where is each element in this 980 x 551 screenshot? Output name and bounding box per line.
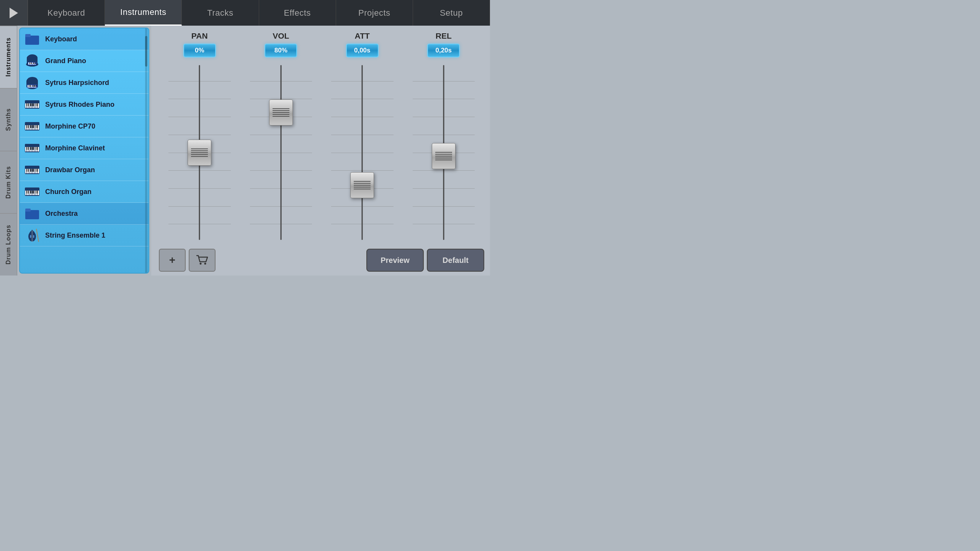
svg-line-123: [36, 229, 39, 242]
svg-rect-10: [29, 62, 30, 64]
sidebar-item-synths[interactable]: Synths: [0, 88, 17, 150]
instrument-name: Grand Piano: [45, 57, 86, 65]
folder-icon-2: [24, 206, 40, 221]
vol-value[interactable]: 80%: [265, 44, 297, 57]
svg-rect-55: [30, 125, 31, 128]
sidebar-item-instruments[interactable]: Instruments: [0, 26, 17, 88]
list-item[interactable]: Sytrus Harpsichord: [20, 72, 149, 94]
svg-rect-107: [32, 191, 33, 194]
list-item[interactable]: Orchestra: [20, 203, 149, 225]
preview-button[interactable]: Preview: [366, 249, 424, 272]
list-item[interactable]: Keyboard: [20, 28, 149, 50]
svg-point-117: [30, 235, 31, 238]
scroll-indicator[interactable]: [145, 28, 147, 273]
svg-rect-92: [36, 169, 36, 172]
synth-icon: [24, 97, 40, 112]
strings-icon: [24, 228, 40, 243]
svg-rect-5: [28, 62, 29, 65]
instrument-name: Drawbar Organ: [45, 166, 95, 174]
main-content: Instruments Synths Drum Kits Drum Loops …: [0, 26, 490, 276]
svg-rect-91: [33, 169, 34, 172]
instrument-name: String Ensemble 1: [45, 231, 105, 240]
list-item[interactable]: Morphine CP70: [20, 116, 149, 137]
svg-rect-50: [34, 125, 36, 130]
svg-rect-78: [25, 169, 26, 173]
svg-rect-23: [33, 85, 33, 87]
pan-label: PAN: [191, 31, 208, 41]
instrument-name: Morphine Clavinet: [45, 144, 105, 152]
add-button[interactable]: +: [159, 249, 186, 272]
instrument-name: Sytrus Harpsichord: [45, 79, 109, 87]
svg-rect-58: [36, 125, 36, 128]
tab-tracks[interactable]: Tracks: [182, 0, 259, 26]
svg-rect-56: [32, 125, 33, 128]
folder-icon: [24, 31, 40, 47]
svg-rect-95: [25, 191, 26, 195]
svg-rect-41: [36, 103, 36, 106]
svg-rect-72: [30, 147, 31, 150]
svg-rect-53: [26, 125, 27, 128]
svg-rect-74: [33, 147, 34, 150]
tab-setup[interactable]: Setup: [413, 0, 490, 26]
svg-rect-109: [36, 191, 36, 194]
tab-projects[interactable]: Projects: [336, 0, 413, 26]
piano-icon: [24, 53, 40, 68]
synth-icon-3: [24, 140, 40, 156]
instruments-list: Keyboard Grand: [19, 28, 149, 274]
scroll-thumb[interactable]: [145, 36, 147, 67]
svg-rect-22: [30, 85, 31, 87]
svg-rect-112: [25, 209, 31, 212]
svg-rect-21: [29, 85, 29, 87]
pan-slider-area: [163, 61, 237, 244]
svg-rect-73: [32, 147, 33, 150]
tab-instruments[interactable]: Instruments: [105, 0, 182, 26]
rel-slider-area: [407, 61, 481, 244]
sidebar-item-drum-kits[interactable]: Drum Kits: [0, 151, 17, 213]
instrument-name: Church Organ: [45, 188, 91, 196]
list-item[interactable]: Grand Piano: [20, 50, 149, 72]
top-navigation: Keyboard Instruments Tracks Effects Proj…: [0, 0, 490, 26]
play-button[interactable]: [0, 0, 28, 26]
svg-rect-67: [34, 147, 36, 152]
svg-rect-33: [34, 103, 36, 108]
rel-value[interactable]: 0,20s: [427, 44, 460, 57]
list-item[interactable]: Church Organ: [20, 181, 149, 203]
vol-label: VOL: [273, 31, 289, 41]
svg-rect-13: [35, 62, 36, 64]
svg-point-125: [204, 263, 206, 265]
pan-slider-thumb[interactable]: [188, 140, 211, 166]
pan-value[interactable]: 0%: [183, 44, 216, 57]
svg-rect-76: [37, 147, 38, 150]
svg-rect-37: [28, 103, 29, 106]
list-item[interactable]: Sytrus Rhodes Piano: [20, 94, 149, 116]
harpsichord-icon: [24, 75, 40, 90]
cart-button[interactable]: [189, 249, 216, 272]
sidebar-item-drum-loops[interactable]: Drum Loops: [0, 213, 17, 276]
svg-rect-90: [32, 169, 33, 172]
att-label: ATT: [355, 31, 370, 41]
svg-rect-87: [26, 169, 27, 172]
att-value[interactable]: 0,00s: [346, 44, 379, 57]
svg-rect-42: [37, 103, 38, 106]
synth-icon-5: [24, 184, 40, 199]
svg-rect-44: [25, 125, 26, 130]
svg-rect-106: [30, 191, 31, 194]
tab-effects[interactable]: Effects: [259, 0, 336, 26]
rel-slider-thumb[interactable]: [432, 143, 456, 169]
svg-rect-57: [33, 125, 34, 128]
instrument-name: Sytrus Rhodes Piano: [45, 101, 114, 109]
att-slider-thumb[interactable]: [350, 172, 374, 198]
default-button[interactable]: Default: [427, 249, 484, 272]
vol-slider-thumb[interactable]: [269, 99, 293, 126]
svg-rect-38: [30, 103, 31, 106]
svg-rect-11: [31, 62, 32, 64]
svg-rect-2: [25, 34, 31, 37]
list-item[interactable]: String Ensemble 1: [20, 225, 149, 246]
svg-rect-105: [28, 191, 29, 194]
list-item[interactable]: Drawbar Organ: [20, 159, 149, 181]
svg-rect-70: [26, 147, 27, 150]
svg-rect-25: [36, 85, 36, 87]
tab-keyboard[interactable]: Keyboard: [28, 0, 105, 26]
svg-point-118: [33, 235, 34, 238]
list-item[interactable]: Morphine Clavinet: [20, 137, 149, 159]
